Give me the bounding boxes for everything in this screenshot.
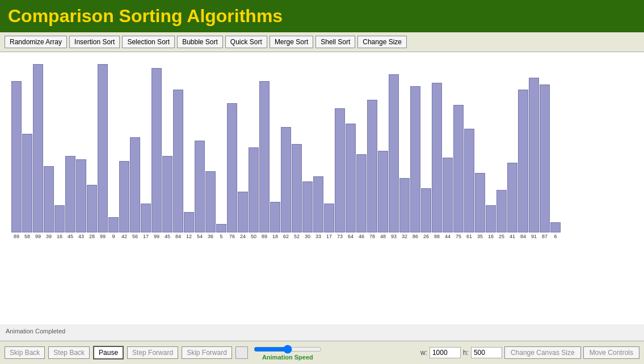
bar-wrapper: 78	[367, 100, 377, 239]
bar	[227, 103, 237, 232]
bar-value-label: 87	[542, 234, 548, 239]
bar	[389, 74, 399, 232]
bar-wrapper: 87	[540, 84, 550, 239]
bar-value-label: 30	[305, 234, 310, 239]
bar-wrapper: 9	[108, 217, 119, 239]
bar	[151, 68, 162, 232]
bar-wrapper: 32	[399, 178, 410, 239]
bar-value-label: 48	[380, 234, 386, 239]
bar	[162, 156, 172, 232]
bar-value-label: 5	[220, 234, 222, 239]
bar-wrapper: 48	[378, 151, 388, 239]
bar	[184, 212, 194, 232]
header: Comparison Sorting Algorithms	[0, 0, 644, 32]
quick-sort-button[interactable]: Quick Sort	[225, 36, 267, 48]
bar-value-label: 32	[402, 234, 407, 239]
change-size-button[interactable]: Change Size	[357, 36, 407, 48]
bar-wrapper: 73	[335, 108, 345, 239]
bar	[54, 205, 65, 232]
bar-value-label: 17	[143, 234, 149, 239]
bar-value-label: 9	[112, 234, 115, 239]
bar-wrapper: 42	[119, 161, 129, 239]
bar-wrapper: 62	[281, 127, 291, 239]
bar-wrapper: 99	[151, 68, 162, 239]
bar	[173, 90, 183, 232]
bar-wrapper: 45	[65, 156, 75, 239]
bar-wrapper: 17	[324, 204, 334, 239]
bar-wrapper: 25	[496, 190, 507, 239]
bar-value-label: 58	[24, 234, 30, 239]
bar	[346, 124, 356, 232]
selection-sort-button[interactable]: Selection Sort	[122, 36, 175, 48]
bar	[378, 151, 388, 232]
bar-wrapper: 84	[173, 90, 183, 239]
bar-value-label: 36	[208, 234, 213, 239]
bar-value-label: 28	[89, 234, 95, 239]
bar-value-label: 6	[554, 234, 557, 239]
bar-value-label: 16	[488, 234, 494, 239]
bar	[249, 147, 259, 232]
bar-value-label: 78	[369, 234, 375, 239]
bar-value-label: 35	[477, 234, 483, 239]
bar-value-label: 61	[466, 234, 472, 239]
status-bar: Animation Completed	[0, 324, 644, 336]
bar	[432, 83, 442, 232]
insertion-sort-button[interactable]: Insertion Sort	[69, 36, 120, 48]
bar-value-label: 46	[359, 234, 364, 239]
bar	[453, 105, 464, 232]
bar-value-label: 76	[229, 234, 235, 239]
bar	[270, 202, 280, 232]
merge-sort-button[interactable]: Merge Sort	[270, 36, 313, 48]
bar-value-label: 93	[391, 234, 397, 239]
bar	[216, 224, 226, 232]
bar-value-label: 42	[121, 234, 127, 239]
randomize-array-button[interactable]: Randomize Array	[5, 36, 67, 48]
bar	[302, 181, 313, 232]
bar-value-label: 99	[100, 234, 106, 239]
bar-value-label: 25	[499, 234, 504, 239]
bar	[108, 217, 119, 232]
bar-wrapper: 18	[270, 202, 280, 239]
bar-value-label: 26	[423, 234, 429, 239]
bar-value-label: 73	[337, 234, 343, 239]
bar	[486, 205, 496, 232]
bar-wrapper: 12	[184, 212, 194, 239]
bar	[496, 190, 507, 232]
bar-wrapper: 26	[421, 188, 431, 239]
bar-wrapper: 44	[443, 158, 453, 239]
bar-wrapper: 28	[87, 185, 97, 239]
bar	[44, 166, 54, 232]
bar-value-label: 91	[531, 234, 537, 239]
bar-value-label: 52	[294, 234, 300, 239]
bar	[399, 178, 410, 232]
bar-wrapper: 24	[238, 192, 248, 239]
bar-wrapper: 54	[195, 141, 205, 239]
bar-wrapper: 88	[432, 83, 442, 239]
bar-wrapper: 61	[464, 129, 474, 239]
bar-value-label: 18	[272, 234, 278, 239]
bubble-sort-button[interactable]: Bubble Sort	[177, 36, 223, 48]
bar	[313, 176, 323, 232]
bar-wrapper: 33	[313, 176, 323, 239]
bar	[281, 127, 291, 232]
bar-wrapper: 41	[507, 163, 517, 239]
bar-wrapper: 43	[76, 159, 86, 239]
chart-container: 8958993916454328999425617994584125436576…	[6, 69, 638, 239]
bar-value-label: 24	[240, 234, 246, 239]
bar	[443, 158, 453, 232]
bar-wrapper: 39	[44, 166, 54, 239]
shell-sort-button[interactable]: Shell Sort	[315, 36, 355, 48]
bar-value-label: 86	[413, 234, 418, 239]
bar	[130, 137, 140, 232]
bar-wrapper: 89	[11, 81, 22, 239]
bar-value-label: 84	[175, 234, 181, 239]
bar-wrapper: 50	[249, 147, 259, 239]
bar-value-label: 45	[68, 234, 73, 239]
bar-wrapper: 52	[292, 144, 302, 239]
bar-wrapper: 86	[410, 86, 420, 239]
bar-wrapper: 36	[205, 171, 216, 239]
bar	[195, 141, 205, 232]
bar	[421, 188, 431, 232]
bar	[529, 78, 539, 232]
bar-wrapper: 46	[356, 154, 367, 239]
